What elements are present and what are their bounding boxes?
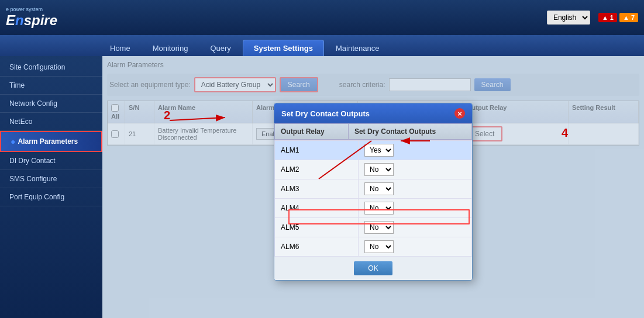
red-alert-badge: ▲ 1 bbox=[598, 13, 617, 22]
tab-monitoring[interactable]: Monitoring bbox=[142, 40, 199, 56]
alm4-label: ALM4 bbox=[275, 199, 359, 218]
modal-row-alm3: ALM3 NoYes bbox=[275, 179, 472, 199]
alm3-select-cell: NoYes bbox=[359, 179, 472, 199]
alm3-label: ALM3 bbox=[275, 179, 359, 199]
sidebar-label-port-equip-config: Port Equip Config bbox=[9, 193, 64, 201]
modal-row-alm2: ALM2 NoYes bbox=[275, 160, 472, 179]
alm1-select-cell: Yes No bbox=[359, 141, 472, 160]
alm3-select[interactable]: NoYes bbox=[364, 182, 394, 195]
language-select[interactable]: English bbox=[547, 11, 590, 25]
logo-name: Enspire bbox=[6, 12, 57, 28]
nav-bar: Home Monitoring Query System Settings Ma… bbox=[0, 35, 644, 56]
alm1-select[interactable]: Yes No bbox=[364, 144, 394, 157]
sidebar-item-alarm-parameters[interactable]: ● Alarm Parameters bbox=[0, 131, 102, 152]
tab-system-settings[interactable]: System Settings bbox=[243, 40, 324, 56]
alm5-label: ALM5 bbox=[275, 218, 359, 237]
sidebar-item-sms-configure[interactable]: SMS Configure bbox=[0, 170, 102, 188]
modal-header: Set Dry Contact Outputs × bbox=[274, 103, 472, 123]
logo: e power system Enspire bbox=[6, 7, 57, 29]
logo-subtitle: e power system bbox=[6, 7, 57, 12]
set-dry-contact-modal: Set Dry Contact Outputs × Output Relay S… bbox=[274, 103, 473, 281]
alm1-label: ALM1 bbox=[275, 141, 359, 160]
ok-button[interactable]: OK bbox=[354, 261, 392, 275]
sidebar-label-site-config: Site Configuration bbox=[9, 63, 65, 71]
sidebar-item-di-dry-contact[interactable]: DI Dry Contact bbox=[0, 152, 102, 170]
header: e power system Enspire English ▲ 1 ▲ 7 bbox=[0, 0, 644, 35]
alm5-select-cell: NoYes bbox=[359, 218, 472, 237]
modal-row-alm6: ALM6 NoYes bbox=[275, 237, 472, 257]
alm6-select[interactable]: NoYes bbox=[364, 240, 394, 253]
tab-home[interactable]: Home bbox=[99, 40, 141, 56]
alm6-select-cell: NoYes bbox=[359, 237, 472, 257]
sidebar-item-network-config[interactable]: Network Config bbox=[0, 95, 102, 113]
alm5-select[interactable]: NoYes bbox=[364, 221, 394, 234]
sidebar-item-port-equip-config[interactable]: Port Equip Config bbox=[0, 188, 102, 206]
modal-close-button[interactable]: × bbox=[454, 108, 465, 119]
modal-footer: OK bbox=[274, 257, 472, 280]
modal-table: Output Relay Set Dry Contact Outputs bbox=[274, 123, 472, 140]
tab-query[interactable]: Query bbox=[199, 40, 241, 56]
sidebar-label-time: Time bbox=[9, 81, 25, 89]
tab-maintenance[interactable]: Maintenance bbox=[325, 40, 390, 56]
alm2-select[interactable]: NoYes bbox=[364, 163, 394, 176]
modal-col2-header: Set Dry Contact Outputs bbox=[348, 124, 471, 140]
modal-col1-header: Output Relay bbox=[275, 124, 349, 140]
sidebar-label-network-config: Network Config bbox=[9, 99, 57, 108]
sidebar-item-time[interactable]: Time bbox=[0, 77, 102, 95]
sidebar-label-sms-configure: SMS Configure bbox=[9, 175, 57, 183]
alm4-select-cell: NoYes bbox=[359, 199, 472, 218]
modal-overlay: Set Dry Contact Outputs × Output Relay S… bbox=[102, 56, 644, 318]
sidebar-item-neteco[interactable]: NetEco bbox=[0, 113, 102, 131]
alm2-select-cell: NoYes bbox=[359, 160, 472, 179]
modal-row-alm1: ALM1 Yes No bbox=[275, 141, 472, 160]
alm4-select[interactable]: NoYes bbox=[364, 202, 394, 215]
sidebar-label-di-dry-contact: DI Dry Contact bbox=[9, 157, 56, 165]
modal-table-header: Output Relay Set Dry Contact Outputs bbox=[275, 124, 472, 140]
modal-scroll-area[interactable]: ALM1 Yes No ALM2 bbox=[274, 140, 472, 257]
modal-rows-table: ALM1 Yes No ALM2 bbox=[274, 140, 472, 257]
modal-row-alm4: ALM4 NoYes bbox=[275, 199, 472, 218]
bullet-icon: ● bbox=[11, 137, 15, 146]
modal-title: Set Dry Contact Outputs bbox=[281, 109, 370, 118]
sidebar: Site Configuration Time Network Config N… bbox=[0, 56, 102, 318]
sidebar-label-alarm-parameters: Alarm Parameters bbox=[18, 137, 78, 146]
modal-row-alm5: ALM5 NoYes bbox=[275, 218, 472, 237]
main-content: Alarm Parameters Select an equipment typ… bbox=[102, 56, 644, 318]
alm2-label: ALM2 bbox=[275, 160, 359, 179]
alm6-label: ALM6 bbox=[275, 237, 359, 257]
sidebar-label-neteco: NetEco bbox=[9, 117, 32, 126]
alert-badges: ▲ 1 ▲ 7 bbox=[598, 13, 638, 22]
content-area: Site Configuration Time Network Config N… bbox=[0, 56, 644, 318]
orange-alert-badge: ▲ 7 bbox=[619, 13, 638, 22]
sidebar-item-site-config[interactable]: Site Configuration bbox=[0, 58, 102, 77]
